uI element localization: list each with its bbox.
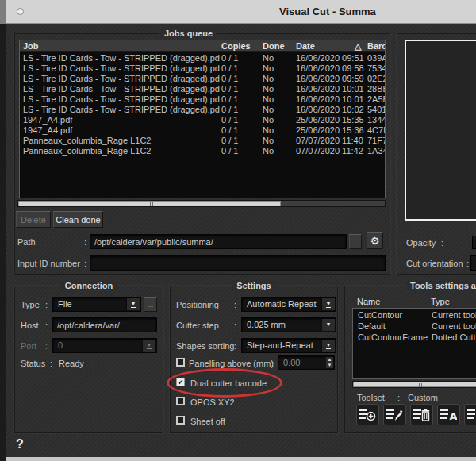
opacity-label: Opacity xyxy=(406,238,436,248)
panelling-label: Panelling above (mm) xyxy=(189,359,274,368)
sort-tools-button[interactable]: A xyxy=(437,404,460,425)
chevron-down-icon[interactable]: ▼ xyxy=(321,340,335,352)
toolset-value: Custom xyxy=(408,393,438,402)
tools-table-header: Name Type xyxy=(0,297,476,307)
colon: : xyxy=(234,321,236,330)
host-label: Host xyxy=(21,321,39,330)
colon: : xyxy=(45,321,48,330)
column-copies[interactable]: Copies xyxy=(221,41,251,51)
sheet-off-checkbox[interactable] xyxy=(176,416,185,425)
path-settings-gear-icon[interactable]: ⚙ xyxy=(367,232,383,249)
order-tools-button[interactable] xyxy=(464,404,476,425)
jobs-horizontal-scrollbar[interactable] xyxy=(17,200,386,207)
scrollbar-grip xyxy=(419,383,425,387)
divider xyxy=(403,229,476,229)
list-item[interactable]: CutContourCurrent tool xyxy=(353,310,476,321)
desktop-edge-top xyxy=(0,0,6,24)
list-item[interactable]: DefaultCurrent tool xyxy=(353,321,476,332)
spinner-icon: ▼ xyxy=(142,340,155,352)
tools-horizontal-scrollbar[interactable] xyxy=(352,381,476,388)
cut-orientation-control[interactable] xyxy=(470,255,476,271)
path-browse-button[interactable]: ... xyxy=(349,234,362,249)
column-job[interactable]: Job xyxy=(23,41,39,51)
jobs-table-header[interactable]: Job Copies Done Date △ Barc xyxy=(20,40,385,52)
table-row[interactable]: Panneaux_columbia_Rage L1C20 / 1No07/07/… xyxy=(20,146,385,156)
jobs-queue-title: Jobs queue xyxy=(159,29,217,38)
column-done[interactable]: Done xyxy=(263,41,285,51)
window-menu-button[interactable] xyxy=(17,8,24,15)
table-row[interactable]: LS - Tire ID Cards - Tow - STRIPPED (dra… xyxy=(20,105,385,115)
jobs-table[interactable]: Job Copies Done Date △ Barc LS - Tire ID… xyxy=(19,40,386,198)
chevron-down-icon[interactable]: ▼ xyxy=(321,319,335,331)
input-id-label: Input ID number xyxy=(17,259,80,268)
list-item[interactable]: CutContourFrameDotted Cutti xyxy=(353,332,476,344)
colon: : xyxy=(441,238,443,248)
preview-canvas xyxy=(405,40,476,221)
table-row[interactable]: LS - Tire ID Cards - Tow - STRIPPED (dra… xyxy=(20,63,385,74)
path-input[interactable] xyxy=(90,234,347,249)
shapes-sorting-select[interactable]: Step-and-Repeat ▼ xyxy=(241,338,336,353)
shapes-sorting-label: Shapes sorting xyxy=(176,341,234,351)
desktop-edge xyxy=(0,0,6,461)
column-date[interactable]: Date xyxy=(296,41,315,51)
port-label: Port xyxy=(21,341,36,351)
input-id-field[interactable] xyxy=(90,255,386,271)
table-row[interactable]: 1947_A4.pdf0 / 1No25/06/2020 15:364C7B xyxy=(20,125,385,136)
panelling-value-input[interactable]: 0.00 ▲▼ xyxy=(278,355,335,370)
column-name: Name xyxy=(357,297,380,306)
table-row[interactable]: Panneaux_columbia_Rage L1C20 / 1No07/07/… xyxy=(20,136,385,146)
visual-cut-window: Visual Cut - Summa Jobs queue Job Copies… xyxy=(0,0,476,461)
svg-text:A: A xyxy=(450,410,458,421)
colon: : xyxy=(84,237,86,247)
list-add-icon xyxy=(359,409,376,421)
tools-scrollbar-thumb[interactable] xyxy=(353,382,476,387)
titlebar: Visual Cut - Summa xyxy=(6,0,476,24)
tools-title: Tools settings and pr xyxy=(405,281,476,290)
path-label: Path xyxy=(17,237,36,247)
spinner-icon[interactable]: ▲▼ xyxy=(326,357,333,368)
colon: : xyxy=(466,259,469,268)
status-value: Ready xyxy=(59,359,84,368)
cutter-step-select[interactable]: 0.025 mm ▼ xyxy=(241,317,336,332)
colon: : xyxy=(271,359,274,368)
list-edit-icon xyxy=(386,409,403,421)
table-row[interactable]: LS - Tire ID Cards - Tow - STRIPPED (dra… xyxy=(20,74,385,84)
port-input: 0 ▼ xyxy=(52,338,157,353)
edit-tool-button[interactable] xyxy=(383,404,406,425)
host-input[interactable] xyxy=(52,317,157,332)
jobs-scrollbar-thumb[interactable] xyxy=(18,201,281,206)
window-bottom-border xyxy=(6,457,476,461)
table-row[interactable]: 1947_A4.pdf0 / 1No25/06/2020 15:351344 xyxy=(20,115,385,125)
sort-alpha-icon: A xyxy=(440,409,457,421)
add-tool-button[interactable] xyxy=(356,404,379,425)
colon: : xyxy=(234,341,236,351)
table-row[interactable]: LS - Tire ID Cards - Tow - STRIPPED (dra… xyxy=(20,84,385,94)
window-title: Visual Cut - Summa xyxy=(279,6,376,17)
colon: : xyxy=(50,359,52,368)
red-circle-annotation xyxy=(167,368,282,398)
tools-list[interactable]: CutContourCurrent tool DefaultCurrent to… xyxy=(352,308,476,379)
colon: : xyxy=(84,259,86,268)
sheet-off-label: Sheet off xyxy=(190,417,225,426)
sort-ascending-icon: △ xyxy=(355,41,361,52)
table-row[interactable]: LS - Tire ID Cards - Tow - STRIPPED (dra… xyxy=(20,94,385,105)
opos-xy2-label: OPOS XY2 xyxy=(190,398,235,407)
opos-xy2-checkbox[interactable] xyxy=(176,397,185,405)
colon: : xyxy=(45,341,48,351)
sort-descending-icon xyxy=(467,409,476,421)
column-barcode[interactable]: Barc xyxy=(367,41,386,51)
panelling-checkbox[interactable] xyxy=(176,358,185,367)
settings-title: Settings xyxy=(232,281,275,290)
help-button[interactable]: ? xyxy=(16,437,24,451)
status-label: Status xyxy=(21,359,45,368)
opacity-control[interactable] xyxy=(472,236,476,249)
clean-done-button[interactable]: Clean done xyxy=(53,211,103,228)
cut-orientation-label: Cut orientation xyxy=(406,259,463,268)
table-row[interactable]: LS - Tire ID Cards - Tow - STRIPPED (dra… xyxy=(20,53,385,63)
column-type: Type xyxy=(431,297,450,306)
delete-button[interactable]: Delete xyxy=(16,211,51,228)
cutter-step-label: Cutter step xyxy=(176,321,219,330)
delete-tool-button[interactable] xyxy=(410,404,433,425)
colon: : xyxy=(397,393,400,402)
toolset-label: Toolset xyxy=(357,393,385,402)
